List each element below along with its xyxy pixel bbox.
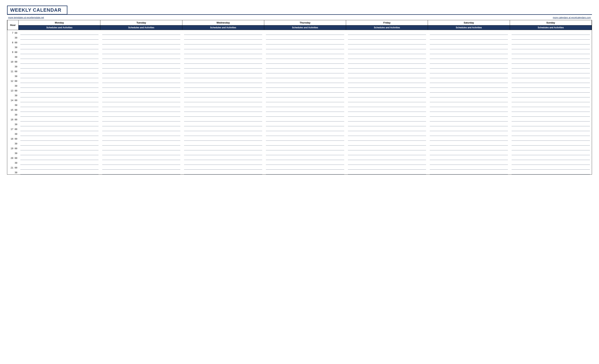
schedule-slot[interactable] [510,88,592,93]
schedule-slot[interactable] [18,40,100,44]
schedule-slot[interactable] [346,117,428,122]
schedule-slot[interactable] [182,126,264,131]
schedule-slot[interactable] [428,160,510,165]
schedule-slot[interactable] [346,150,428,155]
schedule-slot[interactable] [346,49,428,54]
schedule-slot[interactable] [346,136,428,141]
schedule-slot[interactable] [18,102,100,107]
schedule-slot[interactable] [510,64,592,69]
schedule-slot[interactable] [428,64,510,69]
schedule-slot[interactable] [100,73,182,78]
link-more-templates[interactable]: more templates at exceltemplate.net [7,16,45,19]
schedule-slot[interactable] [264,102,346,107]
schedule-slot[interactable] [100,145,182,150]
schedule-slot[interactable] [182,88,264,93]
schedule-slot[interactable] [100,40,182,44]
schedule-slot[interactable] [428,136,510,141]
schedule-slot[interactable] [18,107,100,112]
schedule-slot[interactable] [100,141,182,145]
schedule-slot[interactable] [264,59,346,64]
schedule-slot[interactable] [18,59,100,64]
schedule-slot[interactable] [264,44,346,49]
schedule-slot[interactable] [264,112,346,117]
schedule-slot[interactable] [100,136,182,141]
schedule-slot[interactable] [264,98,346,102]
schedule-slot[interactable] [182,73,264,78]
schedule-slot[interactable] [182,107,264,112]
schedule-slot[interactable] [428,145,510,150]
schedule-slot[interactable] [18,88,100,93]
schedule-slot[interactable] [428,78,510,83]
schedule-slot[interactable] [428,98,510,102]
link-more-calendars[interactable]: more calendars at excelcalendars.com [552,16,592,19]
schedule-slot[interactable] [264,88,346,93]
schedule-slot[interactable] [182,83,264,88]
schedule-slot[interactable] [428,169,510,174]
schedule-slot[interactable] [264,131,346,136]
schedule-slot[interactable] [346,73,428,78]
schedule-slot[interactable] [428,112,510,117]
schedule-slot[interactable] [428,102,510,107]
schedule-slot[interactable] [428,131,510,136]
schedule-slot[interactable] [100,98,182,102]
schedule-slot[interactable] [100,59,182,64]
schedule-slot[interactable] [428,107,510,112]
schedule-slot[interactable] [510,102,592,107]
schedule-slot[interactable] [264,122,346,126]
schedule-slot[interactable] [346,69,428,73]
schedule-slot[interactable] [346,35,428,40]
schedule-slot[interactable] [428,93,510,98]
schedule-slot[interactable] [510,40,592,44]
schedule-slot[interactable] [428,126,510,131]
schedule-slot[interactable] [18,126,100,131]
schedule-slot[interactable] [510,69,592,73]
schedule-slot[interactable] [182,131,264,136]
schedule-slot[interactable] [100,117,182,122]
schedule-slot[interactable] [264,69,346,73]
schedule-slot[interactable] [510,49,592,54]
schedule-slot[interactable] [428,30,510,35]
schedule-slot[interactable] [264,54,346,59]
schedule-slot[interactable] [264,64,346,69]
schedule-slot[interactable] [428,122,510,126]
schedule-slot[interactable] [510,98,592,102]
schedule-slot[interactable] [18,165,100,169]
schedule-slot[interactable] [510,112,592,117]
schedule-slot[interactable] [182,35,264,40]
schedule-slot[interactable] [264,126,346,131]
schedule-slot[interactable] [346,155,428,160]
schedule-slot[interactable] [182,44,264,49]
schedule-slot[interactable] [510,126,592,131]
schedule-slot[interactable] [182,30,264,35]
schedule-slot[interactable] [18,117,100,122]
schedule-slot[interactable] [346,64,428,69]
schedule-slot[interactable] [18,131,100,136]
schedule-slot[interactable] [346,88,428,93]
schedule-slot[interactable] [100,107,182,112]
schedule-slot[interactable] [182,141,264,145]
schedule-slot[interactable] [100,93,182,98]
schedule-slot[interactable] [182,136,264,141]
schedule-slot[interactable] [264,165,346,169]
schedule-slot[interactable] [182,49,264,54]
schedule-slot[interactable] [264,141,346,145]
schedule-slot[interactable] [182,54,264,59]
schedule-slot[interactable] [510,122,592,126]
schedule-slot[interactable] [18,73,100,78]
schedule-slot[interactable] [510,59,592,64]
schedule-slot[interactable] [428,88,510,93]
schedule-slot[interactable] [346,141,428,145]
schedule-slot[interactable] [510,136,592,141]
schedule-slot[interactable] [428,69,510,73]
schedule-slot[interactable] [18,155,100,160]
schedule-slot[interactable] [510,73,592,78]
schedule-slot[interactable] [346,122,428,126]
schedule-slot[interactable] [182,64,264,69]
schedule-slot[interactable] [346,44,428,49]
schedule-slot[interactable] [346,165,428,169]
schedule-slot[interactable] [100,49,182,54]
schedule-slot[interactable] [264,30,346,35]
schedule-slot[interactable] [18,160,100,165]
schedule-slot[interactable] [510,160,592,165]
schedule-slot[interactable] [264,35,346,40]
